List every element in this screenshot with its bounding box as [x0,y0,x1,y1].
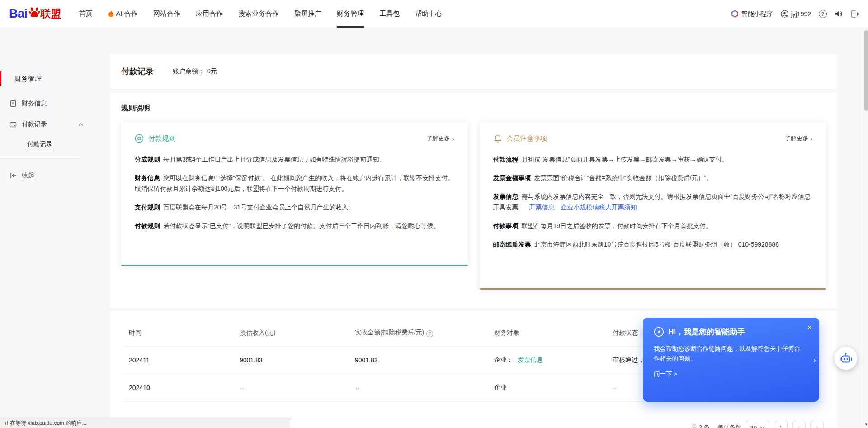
nav-item-screen-promotion[interactable]: 聚屏推广 [287,0,329,28]
rule-item: 付款事项联盟在每月19日之后签收的发票，付款时间安排在下个月首批支付。 [493,220,813,231]
nav-item-app-cooperation[interactable]: 应用合作 [188,0,231,28]
assistant-header: Hi，我是您的智能助手 [654,327,808,337]
collapse-icon [10,172,17,179]
balance-value: 0元 [207,67,217,75]
payment-rules-icon [135,134,144,143]
sidebar-item-label: 财务信息 [22,100,47,108]
page-size-select[interactable]: 30 [746,421,769,428]
flame-icon [108,10,114,17]
rules-cards: 付款规则 了解更多› 分成规则每月第3或4个工作日产出上月分成信息及发票信息，如… [121,122,826,290]
rule-item: 付款规则若付款状态显示“已支付”，说明联盟已安排了您的付款。支付后三个工作日内到… [135,220,454,231]
table-header-estimated: 预估收入(元) [234,324,349,347]
cell-estimated: -- [234,374,349,402]
entity-label: 企业： [494,356,513,363]
sidebar-subitem-payment-records[interactable]: 付款记录 [0,135,97,155]
page-number-current[interactable]: 1 [774,421,788,428]
topnav-right: 智能小程序 jyj1992 ? [731,10,859,18]
document-icon [9,100,17,107]
mini-program-link[interactable]: 智能小程序 [731,10,773,18]
page-header-panel: 付款记录 账户余额：0元 [110,54,837,89]
help-circle-icon[interactable]: ? [426,330,433,337]
nav-item-website-cooperation[interactable]: 网站合作 [146,0,188,28]
nav-item-toolkit[interactable]: 工具包 [372,0,407,28]
invoice-info-table-link[interactable]: 发票信息 [518,356,543,363]
rule-item: 发票信息需与系统内发票信息内容完全一致，否则无法支付。请根据发票信息页面中“百度… [493,191,813,213]
page-title: 付款记录 [121,66,154,77]
main-nav: 首页 AI 合作 网站合作 应用合作 搜索业务合作 聚屏推广 财务管理 工具包 … [71,0,450,28]
page-size-label: 每页条数 [718,423,741,428]
invoice-info-link[interactable]: 开票信息 [529,204,555,211]
next-page-button[interactable]: › [810,421,824,428]
rules-panel: 规则说明 付款规则 了解更多› 分成规则每月第3或4个工作日产出上月分成信息及发… [110,93,837,308]
status-text: 正在等待 xlab.baidu.com 的响应... [5,419,86,427]
topnav: Bai 联盟 首页 AI 合作 网站合作 应用合作 搜索业务合作 聚屏推广 财务… [0,0,868,28]
ask-assistant-link[interactable]: 问一下 > [654,370,677,378]
username: jyj1992 [791,10,811,18]
learn-more-link[interactable]: 了解更多› [427,134,454,143]
sidebar-collapse-button[interactable]: 收起 [0,171,97,180]
nav-item-home[interactable]: 首页 [71,0,100,28]
nav-item-ai-cooperation[interactable]: AI 合作 [100,0,146,28]
prev-page-button[interactable]: ‹ [792,421,806,428]
card-title: 付款规则 [148,134,175,143]
logo-text-union: 联盟 [41,7,61,21]
cell-time: 202411 [123,347,234,374]
scrollbar-thumb[interactable] [864,30,868,111]
rules-section-title: 规则说明 [121,104,826,113]
sidebar-item-finance-info[interactable]: 财务信息 [0,93,97,114]
card-header: 会员注意事项 了解更多› [493,134,813,143]
cell-estimated: 9001.83 [234,347,349,374]
table-header-actual: 实收金额(扣除税费后/元)? [349,324,489,347]
payment-record-icon [9,121,17,128]
rule-item: 邮寄纸质发票北京市海淀区西北旺东路10号院百度科技园5号楼 百度联盟财务组（收）… [493,239,813,250]
cell-entity: 企业：发票信息 [489,347,607,374]
page-size-value: 30 [750,424,757,428]
assistant-body-text: 我会帮助您诊断合作链路问题，以及解答您关于任何合作相关的问题。 [654,344,804,364]
mini-program-icon [731,10,739,18]
compass-icon [654,327,664,337]
chevron-down-icon [760,426,765,428]
learn-more-label: 了解更多 [785,134,808,143]
table-header-entity: 财务对象 [489,324,607,347]
chevron-right-icon: › [452,135,454,143]
cell-actual: 9001.83 [349,347,489,374]
rule-item: 付款流程月初按“发票信息”页面开具发票→上传发票→邮寄发票→审核→确认支付。 [493,154,813,165]
table-header-time: 时间 [123,324,234,347]
entity-label: 企业 [494,384,507,391]
card-header: 付款规则 了解更多› [135,134,454,143]
logout-icon[interactable] [851,10,859,18]
cell-time: 202410 [123,374,234,402]
sidebar-item-payment-records[interactable]: 付款记录 [0,114,97,135]
nav-item-finance-management[interactable]: 财务管理 [329,0,372,28]
speaker-icon[interactable] [835,10,843,18]
card-title: 会员注意事项 [507,134,547,143]
rule-item: 支付规则百度联盟会在每月20号—31号支付企业会员上个自然月产生的收入。 [135,202,454,213]
assistant-robot-button[interactable] [834,347,858,370]
balance-label: 账户余额： [173,67,204,75]
user-account[interactable]: jyj1992 [781,10,811,18]
small-taxpayer-invoice-link[interactable]: 企业小规模纳税人开票须知 [561,204,637,211]
cell-actual: -- [349,374,489,402]
nav-item-search-business[interactable]: 搜索业务合作 [231,0,287,28]
sidebar: 财务管理 财务信息 付款记录 付款记录 收起 [0,28,97,428]
cell-entity: 企业 [489,374,607,402]
close-icon[interactable]: × [807,323,812,332]
member-notice-card: 会员注意事项 了解更多› 付款流程月初按“发票信息”页面开具发票→上传发票→邮寄… [480,122,826,290]
scrollbar-down-arrow[interactable]: ▾ [864,422,868,427]
payment-rules-card: 付款规则 了解更多› 分成规则每月第3或4个工作日产出上月分成信息及发票信息，如… [121,122,468,266]
scrollbar: ▾ [863,28,868,428]
assistant-popup: Hi，我是您的智能助手 × 我会帮助您诊断合作链路问题，以及解答您关于任何合作相… [643,318,819,402]
nav-item-help-center[interactable]: 帮助中心 [407,0,450,28]
sidebar-item-label: 付款记录 [22,120,47,128]
chevron-right-icon: › [810,135,812,143]
baidu-union-logo[interactable]: Bai 联盟 [9,6,61,21]
learn-more-link[interactable]: 了解更多› [785,134,812,143]
nav-item-label: AI 合作 [116,10,138,18]
chevron-up-icon [78,123,84,126]
sidebar-section-finance-management[interactable]: 财务管理 [0,71,97,86]
account-balance: 账户余额：0元 [173,67,217,76]
mini-program-label: 智能小程序 [741,10,773,18]
assistant-next-icon[interactable]: › [813,356,816,364]
help-icon[interactable]: ? [819,10,827,18]
rule-item: 分成规则每月第3或4个工作日产出上月分成信息及发票信息，如有特殊情况将提前通知。 [135,154,454,165]
